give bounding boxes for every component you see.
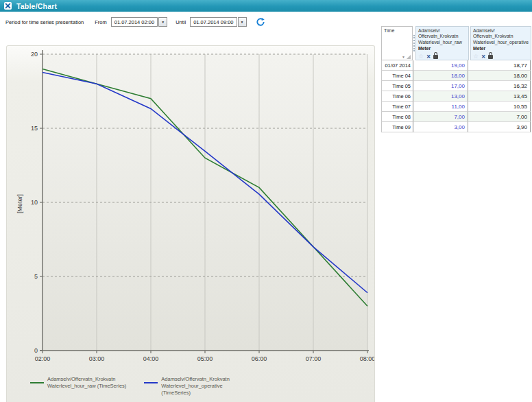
column-header-line: Adamselv/ <box>473 28 529 34</box>
table-row: Time 0613,0013,45 <box>381 91 531 102</box>
legend-item: Adamselv/Offervatn_Krokvatn Waterlevel_h… <box>30 376 126 397</box>
value-cell[interactable]: 10,55 <box>468 102 531 112</box>
svg-text:06:00: 06:00 <box>252 355 267 362</box>
chart-panel: 0510152002:0003:0004:0005:0006:0007:0008… <box>6 45 375 402</box>
value-cell[interactable]: 18,77 <box>468 60 531 71</box>
column-unit-label: Meter <box>473 46 529 51</box>
svg-text:02:00: 02:00 <box>35 355 51 362</box>
value-cell[interactable]: 3,90 <box>468 122 531 132</box>
row-time-label: Time 09 <box>381 122 413 132</box>
column-header-line: Waterlevel_hour_operative <box>473 40 529 45</box>
row-time-label: 01/07 2014 <box>381 60 413 71</box>
splitter-dots-icon <box>413 35 415 51</box>
row-time-label: Time 06 <box>381 91 413 102</box>
value-cell[interactable]: 18,00 <box>468 71 531 81</box>
svg-text:20: 20 <box>31 51 38 58</box>
app-window: Table/Chart Period for time series prese… <box>0 0 532 402</box>
from-label: From <box>95 19 107 25</box>
until-datetime-combobox[interactable]: 01.07.2014 09:00 ▼ <box>190 17 246 27</box>
row-time-label: Time 08 <box>381 112 413 122</box>
legend-label: Adamselv/Offervatn_Krokvatn Waterlevel_h… <box>47 376 126 397</box>
svg-text:04:00: 04:00 <box>143 355 159 362</box>
refresh-button[interactable] <box>255 16 266 27</box>
svg-text:0: 0 <box>34 347 38 354</box>
series-column-header[interactable]: Adamselv/Offervatn_KrokvatnWaterlevel_ho… <box>470 26 531 60</box>
period-label: Period for time series presentation <box>5 19 84 25</box>
column-header-line: Waterlevel_hour_raw <box>418 40 466 45</box>
column-unit-label: Meter <box>418 46 466 51</box>
row-time-label: Time 07 <box>381 102 413 112</box>
time-header-label: Time <box>384 28 394 33</box>
titlebar: Table/Chart <box>0 0 532 12</box>
value-cell[interactable]: 7,00 <box>468 112 531 122</box>
value-cell[interactable]: 16,32 <box>468 81 531 91</box>
value-cell[interactable]: 3,00 <box>413 122 468 132</box>
window-title: Table/Chart <box>16 2 57 10</box>
until-datetime-value[interactable]: 01.07.2014 09:00 <box>190 17 237 27</box>
svg-text:05:00: 05:00 <box>197 355 213 362</box>
row-time-label: Time 05 <box>381 81 413 91</box>
y-axis-title: [Meter] <box>16 194 23 213</box>
lock-icon <box>488 55 493 59</box>
legend-label: Adamselv/Offervatn_Krokvatn Waterlevel_h… <box>161 376 230 397</box>
x-marker-icon[interactable]: ✕ <box>481 54 485 60</box>
value-cell[interactable]: 7,00 <box>413 112 468 122</box>
svg-text:03:00: 03:00 <box>89 355 105 362</box>
series-column-header[interactable]: Adamselv/Offervatn_KrokvatnWaterlevel_ho… <box>415 26 469 60</box>
from-datetime-combobox[interactable]: 01.07.2014 02:00 ▼ <box>111 17 167 27</box>
x-marker-icon[interactable]: ✕ <box>426 54 431 60</box>
star-icon[interactable]: ☆ <box>473 54 479 60</box>
table-body: 01/07 201419,0018,77Time 0418,0018,00Tim… <box>381 60 531 132</box>
legend-swatch <box>30 382 44 383</box>
app-logo-icon <box>4 2 12 10</box>
value-cell[interactable]: 11,00 <box>413 102 468 112</box>
column-header-line: Adamselv/ <box>418 28 466 34</box>
chevron-down-icon[interactable]: ▼ <box>238 17 247 27</box>
legend-item: Adamselv/Offervatn_Krokvatn Waterlevel_h… <box>144 376 230 397</box>
data-table: Time ▼ Adamselv/Offervatn_KrokvatnWaterl… <box>381 26 531 132</box>
table-row: Time 0418,0018,00 <box>381 71 531 81</box>
value-cell[interactable]: 13,00 <box>413 91 468 102</box>
value-cell[interactable]: 13,45 <box>468 91 531 102</box>
until-label: Until <box>176 19 186 25</box>
time-column-header[interactable]: Time ▼ <box>381 26 413 60</box>
svg-text:5: 5 <box>34 273 38 280</box>
timeseries-chart: 0510152002:0003:0004:0005:0006:0007:0008… <box>7 46 374 401</box>
from-datetime-value[interactable]: 01.07.2014 02:00 <box>111 17 158 27</box>
chevron-down-icon[interactable]: ▼ <box>158 17 167 27</box>
value-cell[interactable]: 19,00 <box>413 60 468 71</box>
table-row: 01/07 201419,0018,77 <box>381 60 531 71</box>
value-cell[interactable]: 17,00 <box>413 81 468 91</box>
lock-icon <box>433 55 438 59</box>
table-row: Time 087,007,00 <box>381 112 531 122</box>
value-cell[interactable]: 18,00 <box>413 71 468 81</box>
column-header-line: Offervatn_Krokvatn <box>418 34 466 39</box>
table-row: Time 0517,0016,32 <box>381 81 531 91</box>
resize-grip-icon[interactable] <box>407 55 411 59</box>
svg-text:10: 10 <box>31 199 38 206</box>
svg-text:07:00: 07:00 <box>306 355 322 362</box>
sort-caret-icon[interactable]: ▼ <box>402 55 405 59</box>
legend-swatch <box>144 382 158 383</box>
star-icon[interactable]: ☆ <box>418 54 424 60</box>
column-header-line: Offervatn_Krokvatn <box>473 34 529 39</box>
chart-legend: Adamselv/Offervatn_Krokvatn Waterlevel_h… <box>30 376 230 397</box>
svg-text:08:00: 08:00 <box>360 355 374 362</box>
row-time-label: Time 04 <box>381 71 413 81</box>
table-row: Time 093,003,90 <box>381 122 531 132</box>
table-row: Time 0711,0010,55 <box>381 102 531 112</box>
table-header-row: Time ▼ Adamselv/Offervatn_KrokvatnWaterl… <box>381 26 531 60</box>
refresh-icon <box>256 17 265 27</box>
svg-text:15: 15 <box>31 125 38 132</box>
